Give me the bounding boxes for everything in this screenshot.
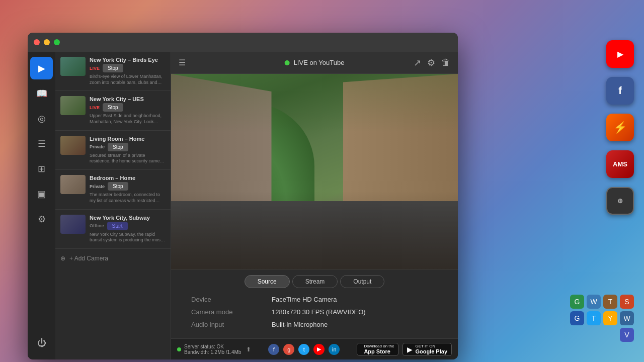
camera-item-nyc-ues[interactable]: New York City – UES LIVE Stop Upper East… (55, 91, 171, 130)
sidebar-item-home[interactable]: ▶ (30, 57, 53, 79)
camera-status-row: Private Stop (90, 182, 166, 191)
googleplus-social-icon[interactable]: g (283, 344, 294, 355)
share-icon[interactable]: ↗ (414, 57, 421, 68)
top-bar-actions: ↗ ⚙ 🗑 (414, 57, 450, 68)
camera-item-nyc-birds-eye[interactable]: New York City – Birds Eye LIVE Stop Bird… (55, 52, 171, 91)
lightning-icon: ⚡ (613, 121, 627, 134)
tab-stream[interactable]: Stream (292, 275, 338, 288)
get-it-on-text: GET IT ON (415, 344, 447, 348)
camera-thumbnail (60, 136, 86, 155)
settings-icon[interactable]: ⚙ (427, 57, 435, 68)
mini-dock: G W T S G T Y W V (569, 295, 634, 342)
tab-source[interactable]: Source (245, 275, 290, 288)
wirecast-dock-icon[interactable]: ⚡ (606, 114, 634, 141)
camera-description: The master bedroom, connected to my list… (90, 192, 166, 204)
server-status: Server status: OK Bandwidth: 1.2Mb /1.4M… (177, 344, 251, 355)
mini-icon-3[interactable]: T (603, 295, 617, 309)
facebook-social-icon[interactable]: f (268, 344, 279, 355)
detail-row-device: Device FaceTime HD Camera (191, 296, 438, 303)
sidebar-item-library[interactable]: 📖 (30, 82, 53, 105)
plus-circle-icon: ⊕ (60, 255, 65, 262)
mini-icon-7[interactable]: Y (603, 311, 617, 325)
camera-item-living-room[interactable]: Living Room – Home Private Stop Secured … (55, 131, 171, 170)
youtube-dock-icon[interactable]: ▶ (606, 40, 634, 68)
home-icon: ▶ (38, 63, 45, 74)
add-camera-button[interactable]: ⊕ + Add Camera (55, 249, 171, 268)
mini-icon-4[interactable]: S (620, 295, 634, 309)
camera-mode-value: 644x362 30 FPS (RAWVIDEO) (272, 308, 366, 316)
server-status-container: Server status: OK Bandwidth: 1.2Mb /1.4M… (184, 344, 241, 355)
camera-info: New York City – UES LIVE Stop Upper East… (90, 96, 166, 125)
camera-status-row: LIVE Stop (90, 64, 166, 72)
list-icon: ☰ (38, 138, 46, 149)
main-panel: ☰ LIVE on YouTube ↗ ⚙ 🗑 (171, 52, 458, 359)
camera-description: Secured stream of a private residence, t… (90, 153, 166, 164)
google-play-text-container: GET IT ON Google Play (415, 344, 447, 354)
camera-status-row: LIVE Stop (90, 103, 166, 112)
start-button[interactable]: Start (107, 222, 128, 230)
private-status: Private (90, 144, 105, 149)
add-camera-label: + Add Camera (69, 255, 108, 262)
stop-button[interactable]: Stop (108, 143, 128, 151)
tabs-row: Source Stream Output (171, 270, 458, 293)
camera-status-row: Offline Start (90, 222, 166, 230)
sidebar: ▶ 📖 ◎ ☰ ⊞ ▣ ⚙ ⏻ (28, 52, 55, 359)
camera-thumbnail (60, 96, 86, 115)
camera-name: New York City – Birds Eye (90, 57, 166, 63)
youtube-social-icon[interactable]: ▶ (313, 344, 325, 355)
mini-icon-5[interactable]: G (570, 311, 584, 325)
sidebar-item-settings[interactable]: ⚙ (30, 208, 53, 230)
sidebar-item-location[interactable]: ◎ (30, 107, 53, 130)
camera-info: New York City – Birds Eye LIVE Stop Bird… (90, 57, 166, 85)
location-icon: ◎ (38, 113, 46, 124)
video-preview (171, 74, 458, 269)
stop-button[interactable]: Stop (108, 182, 128, 191)
camera-name: Bedroom – Home (90, 175, 166, 181)
trash-icon[interactable]: 🗑 (441, 57, 450, 68)
detail-row-camera-mode: Camera mode 644x362 30 FPS (RAWVIDEO) (191, 308, 438, 316)
camera-description: New York City Subway, the rapid transit … (90, 232, 166, 243)
device-value: FaceTime HD Camera (272, 296, 337, 303)
sidebar-item-grid[interactable]: ⊞ (30, 157, 53, 180)
app-store-badge[interactable]: Download on the App Store (357, 343, 398, 356)
app-window: ▶ 📖 ◎ ☰ ⊞ ▣ ⚙ ⏻ (28, 33, 458, 359)
facebook-dock-icon[interactable]: f (606, 77, 634, 105)
linkedin-social-icon[interactable]: in (329, 344, 340, 355)
stop-button[interactable]: Stop (103, 64, 123, 72)
sidebar-item-monitor[interactable]: ▣ (30, 183, 53, 205)
camera-item-subway[interactable]: New York City, Subway Offline Start New … (55, 210, 171, 249)
bandwidth-text: Bandwidth: 1.2Mb /1.4Mb (184, 349, 241, 355)
twitter-social-icon[interactable]: t (298, 344, 309, 355)
sidebar-item-add[interactable]: ⏻ (30, 332, 53, 354)
main-content: ▶ 📖 ◎ ☰ ⊞ ▣ ⚙ ⏻ (28, 52, 458, 359)
top-bar: ☰ LIVE on YouTube ↗ ⚙ 🗑 (171, 52, 458, 74)
upload-icon: ⬆ (246, 346, 251, 353)
stop-button[interactable]: Stop (103, 103, 123, 112)
mini-icon-6[interactable]: T (587, 311, 601, 325)
menu-icon[interactable]: ☰ (179, 58, 186, 67)
mini-icon-9[interactable]: V (620, 328, 634, 342)
offline-status: Offline (90, 223, 104, 228)
mini-icon-2[interactable]: W (587, 295, 601, 309)
sidebar-item-list[interactable]: ☰ (30, 132, 53, 155)
maximize-button[interactable] (54, 39, 60, 45)
close-button[interactable] (34, 39, 40, 45)
grid-icon: ⊞ (38, 163, 45, 174)
minimize-button[interactable] (44, 39, 50, 45)
camera-mode-label: Camera mode (191, 308, 272, 316)
s5-dock-icon[interactable]: ⊕ (606, 187, 634, 215)
ams-dock-icon[interactable]: AMS (606, 150, 634, 178)
audio-input-value: Built-in Microphone (272, 321, 328, 328)
camera-status-row: Private Stop (90, 143, 166, 151)
private-status: Private (90, 184, 105, 189)
tab-output[interactable]: Output (340, 275, 384, 288)
store-badges: Download on the App Store ▶ GET IT ON Go… (357, 343, 452, 356)
mini-icon-8[interactable]: W (620, 311, 634, 325)
youtube-icon: ▶ (617, 49, 623, 59)
mini-icon-1[interactable]: G (570, 295, 584, 309)
footer: Server status: OK Bandwidth: 1.2Mb /1.4M… (171, 338, 458, 359)
google-play-badge[interactable]: ▶ GET IT ON Google Play (403, 343, 452, 356)
camera-item-bedroom[interactable]: Bedroom – Home Private Stop The master b… (55, 170, 171, 209)
s5-icon: ⊕ (617, 197, 623, 205)
audio-input-label: Audio input (191, 321, 272, 328)
